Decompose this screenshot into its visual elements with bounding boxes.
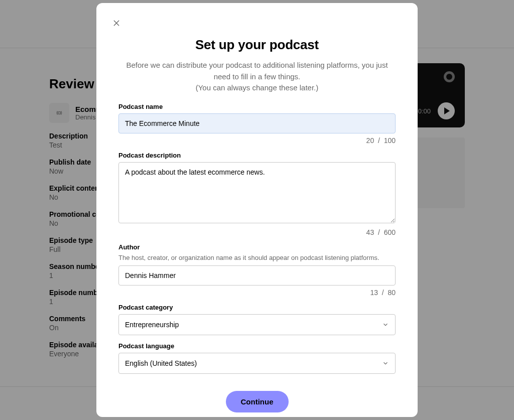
- close-button[interactable]: [109, 16, 123, 30]
- podcast-description-count: 43 / 600: [118, 228, 396, 236]
- podcast-name-count: 20 / 100: [118, 136, 396, 145]
- count-current: 13: [370, 289, 378, 297]
- count-current: 43: [366, 228, 374, 236]
- podcast-name-input[interactable]: [118, 113, 396, 133]
- chevron-down-icon: [382, 321, 389, 328]
- podcast-description-label: Podcast description: [118, 152, 396, 159]
- author-label: Author: [118, 243, 396, 251]
- podcast-category-label: Podcast category: [118, 304, 396, 311]
- count-max: 600: [384, 228, 396, 236]
- podcast-description-textarea[interactable]: [118, 162, 396, 223]
- author-help: The host, creator, or organization name …: [118, 254, 396, 261]
- author-input[interactable]: [118, 265, 396, 286]
- modal-title: Set up your podcast: [118, 37, 396, 53]
- chevron-down-icon: [382, 360, 389, 367]
- subtitle-text: (You can always change these later.): [196, 83, 319, 92]
- setup-podcast-modal: Set up your podcast Before we can distri…: [96, 3, 418, 417]
- podcast-name-label: Podcast name: [118, 103, 396, 110]
- author-count: 13 / 80: [118, 289, 396, 297]
- podcast-language-select[interactable]: English (United States): [118, 353, 396, 374]
- count-max: 80: [388, 289, 396, 297]
- select-value: English (United States): [125, 359, 197, 367]
- subtitle-text: Before we can distribute your podcast to…: [126, 61, 388, 81]
- podcast-language-label: Podcast language: [118, 342, 396, 350]
- podcast-category-select[interactable]: Entrepreneurship: [118, 314, 396, 335]
- count-current: 20: [366, 136, 374, 145]
- close-icon: [112, 19, 120, 27]
- count-max: 100: [384, 136, 396, 145]
- continue-button[interactable]: Continue: [226, 391, 289, 412]
- select-value: Entrepreneurship: [125, 321, 179, 329]
- modal-subtitle: Before we can distribute your podcast to…: [118, 60, 396, 94]
